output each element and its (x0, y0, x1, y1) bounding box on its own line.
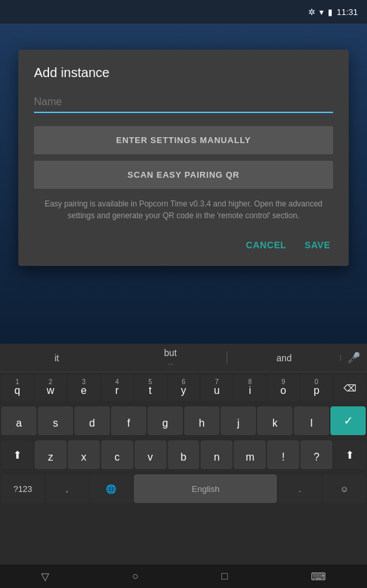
keyboard: it but ··· and 🎤 1 q 2 w 3 e 4 r 5 t (0, 344, 367, 564)
number-row: 1 q 2 w 3 e 4 r 5 t 6 y 7 u 8 i (0, 372, 367, 404)
key-r[interactable]: 4 r (101, 375, 133, 401)
key-l[interactable]: l (294, 406, 329, 435)
bottom-row: ?123 , 🌐 English . ☺ (0, 472, 367, 506)
name-input[interactable] (34, 93, 333, 113)
key-u[interactable]: 7 u (200, 375, 232, 401)
dialog-actions: CANCEL SAVE (34, 232, 333, 255)
shift-key[interactable]: ⬆ (1, 440, 33, 469)
row-asdf: a s d f g h j k l ✓ (0, 404, 367, 438)
symbol-key[interactable]: ?123 (1, 474, 44, 503)
period-key[interactable]: . (278, 474, 321, 503)
nav-bar: ▽ ○ □ ⌨ (0, 564, 367, 588)
key-b[interactable]: b (168, 440, 200, 469)
key-o[interactable]: 9 o (267, 375, 299, 401)
key-j[interactable]: j (221, 406, 256, 435)
key-n[interactable]: n (200, 440, 232, 469)
enter-settings-manually-button[interactable]: ENTER SETTINGS MANUALLY (34, 126, 333, 154)
backspace-key[interactable]: ⌫ (334, 375, 366, 401)
key-v[interactable]: v (135, 440, 167, 469)
key-t[interactable]: 5 t (135, 375, 167, 401)
key-e[interactable]: 3 e (68, 375, 100, 401)
microphone-icon[interactable]: 🎤 (341, 351, 367, 364)
battery-icon: ▮ (328, 7, 332, 17)
key-x[interactable]: x (68, 440, 100, 469)
key-f[interactable]: f (111, 406, 146, 435)
key-y[interactable]: 6 y (168, 375, 200, 401)
shift-key-right[interactable]: ⬆ (334, 440, 366, 469)
key-z[interactable]: z (35, 440, 67, 469)
save-button[interactable]: SAVE (302, 235, 334, 255)
recent-nav-icon[interactable]: □ (221, 570, 228, 582)
back-nav-icon[interactable]: ▽ (41, 570, 49, 583)
easy-pairing-info: Easy pairing is available in Popcorn Tim… (34, 198, 333, 221)
key-h[interactable]: h (184, 406, 219, 435)
status-icons: ✲ ▾ ▮ 11:31 (308, 7, 358, 17)
wifi-icon: ▾ (319, 7, 324, 17)
comma-key[interactable]: , (46, 474, 89, 503)
key-w[interactable]: 2 w (35, 375, 67, 401)
key-g[interactable]: g (148, 406, 183, 435)
emoji-key[interactable]: ☺ (323, 474, 366, 503)
key-m[interactable]: m (234, 440, 266, 469)
bluetooth-icon: ✲ (308, 7, 315, 17)
key-k[interactable]: k (257, 406, 293, 435)
key-p[interactable]: 0 p (300, 375, 332, 401)
dialog-title: Add instance (34, 65, 333, 80)
home-nav-icon[interactable]: ○ (132, 570, 138, 582)
key-c[interactable]: c (101, 440, 133, 469)
key-s[interactable]: s (38, 406, 73, 435)
status-time: 11:31 (336, 7, 358, 17)
globe-key[interactable]: 🌐 (90, 474, 133, 503)
suggestion-and[interactable]: and (227, 353, 341, 363)
app-background: Add instance ENTER SETTINGS MANUALLY SCA… (0, 24, 367, 344)
suggestion-it[interactable]: it (0, 353, 114, 363)
status-bar: ✲ ▾ ▮ 11:31 (0, 0, 367, 24)
keyboard-nav-icon[interactable]: ⌨ (311, 570, 326, 583)
key-q[interactable]: 1 q (1, 375, 33, 401)
enter-key[interactable]: ✓ (330, 406, 366, 435)
key-i[interactable]: 8 i (234, 375, 266, 401)
cancel-button[interactable]: CANCEL (244, 235, 289, 255)
space-key[interactable]: English (134, 474, 277, 503)
key-question[interactable]: ? (300, 440, 332, 469)
key-d[interactable]: d (74, 406, 110, 435)
key-a[interactable]: a (1, 406, 37, 435)
suggestion-but[interactable]: but ··· (114, 348, 227, 368)
scan-qr-button[interactable]: SCAN EASY PAIRING QR (34, 161, 333, 189)
suggestions-bar: it but ··· and 🎤 (0, 344, 367, 372)
name-input-wrapper[interactable] (34, 93, 333, 113)
add-instance-dialog: Add instance ENTER SETTINGS MANUALLY SCA… (18, 50, 349, 266)
row-zxcv: ⬆ z x c v b n m ! ? ⬆ (0, 438, 367, 472)
key-exclaim[interactable]: ! (267, 440, 299, 469)
